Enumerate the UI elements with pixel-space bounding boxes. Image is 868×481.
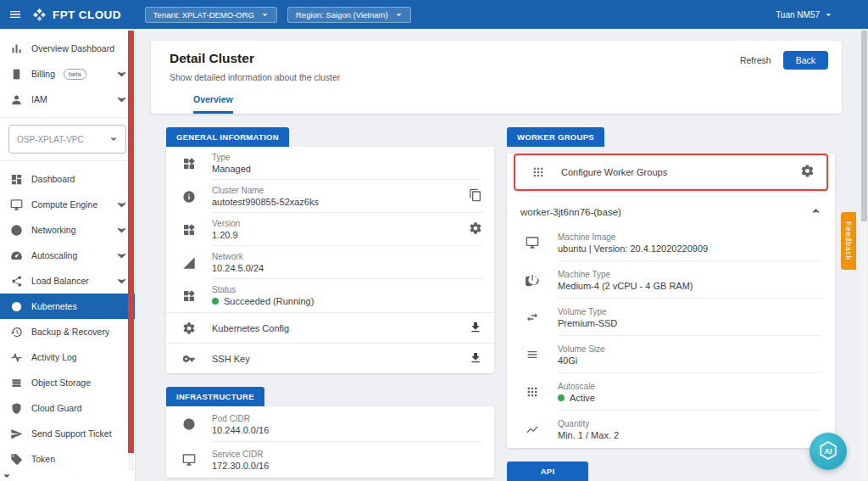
monitor-icon: [10, 199, 23, 211]
sidebar-divider: [0, 117, 135, 118]
sidebar-item-iam[interactable]: IAM: [0, 87, 135, 112]
row-value: 10.244.0.0/16: [212, 425, 269, 435]
gear-icon: [800, 164, 815, 178]
sidebar-item-cloud-guard[interactable]: Cloud Guard: [0, 395, 135, 421]
sidebar-item-token[interactable]: Token: [0, 446, 135, 472]
sidebar-item-activity-log[interactable]: Activity Log: [0, 344, 135, 370]
sidebar-item-autoscaling[interactable]: Autoscaling: [0, 243, 135, 268]
download-icon: [469, 351, 482, 365]
globe-icon: [182, 417, 196, 431]
back-button[interactable]: Back: [783, 51, 828, 70]
row-value: 172.30.0.0/16: [212, 461, 269, 471]
sidebar-item-dashboard[interactable]: Dashboard: [0, 166, 135, 192]
person-icon: [10, 93, 23, 106]
gear-icon: [182, 322, 196, 335]
version-settings-button[interactable]: [469, 221, 482, 238]
row-label: Pod CIDR: [212, 414, 269, 423]
widgets-icon: [182, 289, 196, 303]
tab-overview[interactable]: Overview: [193, 94, 233, 114]
sidebar-item-billing[interactable]: Billing beta: [0, 61, 135, 87]
row-value: 40Gi: [558, 355, 605, 366]
general-information-card: GENERAL INFORMATION Type Managed: [166, 127, 494, 373]
row-label: Autoscale: [558, 382, 595, 391]
grid-dots-icon: [526, 385, 539, 399]
row-value: 10.24.5.0/24: [212, 263, 264, 273]
chevron-down-icon: [115, 199, 128, 211]
row-label: Version: [212, 219, 240, 228]
sidebar-item-compute-engine[interactable]: Compute Engine: [0, 192, 135, 217]
chevron-down-icon: [395, 11, 403, 19]
sidebar-item-send-support-ticket[interactable]: Send Support Ticket: [0, 421, 135, 446]
fpt-cloud-logo-icon: [32, 8, 47, 22]
helm-icon: [10, 300, 23, 313]
worker-groups-title: WORKER GROUPS: [507, 127, 604, 147]
swap-icon: [526, 310, 539, 324]
sidebar-scroll-down-icon[interactable]: [3, 472, 11, 480]
page-scrollbar[interactable]: [861, 31, 867, 479]
api-title: API: [507, 461, 588, 481]
trend-icon: [526, 422, 539, 436]
sidebar-item-kubernetes[interactable]: Kubernetes: [0, 294, 135, 319]
row-type: Type Managed: [166, 147, 494, 180]
row-pod-cidr: Pod CIDR 10.244.0.0/16: [166, 406, 494, 442]
row-label: Volume Type: [558, 307, 617, 316]
copy-cluster-name-button[interactable]: [469, 188, 482, 205]
worker-groups-settings-button[interactable]: [800, 164, 815, 182]
vpc-select-value: OSP-XPLAT-VPC: [17, 135, 84, 144]
send-icon: [10, 428, 23, 440]
region-label: Region: Saigon (Vietnam): [296, 10, 388, 20]
collapse-worker-group-button[interactable]: [810, 205, 821, 218]
detail-cluster-header: Detail Cluster Show detailed information…: [151, 41, 842, 114]
brand-logo[interactable]: FPT CLOUD: [32, 8, 121, 22]
tenant-selector[interactable]: Tenant: XPLAT-DEMO-ORG: [145, 7, 277, 23]
infrastructure-card: INFRASTRUCTURE Pod CIDR 10.244.0.0/16: [166, 387, 494, 478]
receipt-icon: [10, 68, 23, 81]
user-menu[interactable]: Tuan NM57: [776, 10, 832, 20]
refresh-button[interactable]: Refresh: [740, 55, 771, 65]
status-dot-green: [212, 298, 219, 305]
worker-group-header[interactable]: worker-3jt6nn76-(base): [507, 198, 835, 224]
ai-chat-button[interactable]: AI: [810, 433, 847, 470]
key-icon: [182, 352, 196, 366]
signal-icon: [182, 256, 196, 270]
chevron-up-icon: [810, 205, 821, 216]
row-label: Cluster Name: [212, 186, 319, 195]
page-subtitle: Show detailed information about the clus…: [170, 72, 340, 82]
row-label: Quantity: [558, 419, 619, 428]
sidebar-item-backup-recovery[interactable]: Backup & Recovery: [0, 319, 135, 344]
tenant-label: Tenant: XPLAT-DEMO-ORG: [153, 10, 254, 20]
sidebar-item-object-storage[interactable]: Object Storage: [0, 370, 135, 395]
kubernetes-config-row: Kubernetes Config: [166, 312, 494, 343]
row-value: autotest990855-52xaz6ks: [212, 197, 319, 207]
sidebar-item-overview-dashboard[interactable]: Overview Dashboard: [0, 36, 135, 61]
vpc-select[interactable]: OSP-XPLAT-VPC: [8, 125, 126, 154]
sidebar-item-networking[interactable]: Networking: [0, 217, 135, 243]
row-volume-size: Volume Size 40Gi: [507, 336, 835, 373]
sidebar-scrollbar-thumb[interactable]: [128, 31, 134, 453]
row-label: Service CIDR: [212, 450, 269, 459]
gauge-icon: [10, 249, 23, 262]
chevron-down-icon: [115, 275, 128, 288]
download-kubernetes-config-button[interactable]: [469, 321, 482, 336]
action-label: Kubernetes Config: [212, 323, 289, 333]
row-cluster-name: Cluster Name autotest990855-52xaz6ks: [166, 180, 494, 213]
worker-group-name: worker-3jt6nn76-(base): [520, 207, 621, 217]
chevron-down-icon: [115, 224, 128, 237]
menu-button[interactable]: [0, 0, 31, 29]
configure-worker-groups-row[interactable]: Configure Worker Groups: [514, 154, 828, 191]
row-label: Volume Size: [558, 344, 605, 354]
status-dot-green: [558, 394, 565, 401]
page-scrollbar-thumb[interactable]: [861, 31, 867, 221]
download-ssh-key-button[interactable]: [469, 351, 482, 366]
sidebar-item-load-balancer[interactable]: Load Balancer: [0, 268, 135, 294]
sidebar-scrollbar[interactable]: [128, 31, 134, 471]
copy-icon: [469, 188, 482, 202]
fpt-cloud-console: FPT CLOUD Tenant: XPLAT-DEMO-ORG Region:…: [0, 0, 868, 481]
row-version: Version 1.20.9: [166, 213, 494, 246]
main-content: Detail Cluster Show detailed information…: [136, 29, 868, 481]
region-selector[interactable]: Region: Saigon (Vietnam): [287, 7, 411, 23]
row-label: Type: [212, 153, 251, 162]
chevron-down-icon: [115, 249, 128, 262]
feedback-tab[interactable]: Feedback: [841, 212, 856, 270]
top-navbar: FPT CLOUD Tenant: XPLAT-DEMO-ORG Region:…: [0, 0, 868, 29]
